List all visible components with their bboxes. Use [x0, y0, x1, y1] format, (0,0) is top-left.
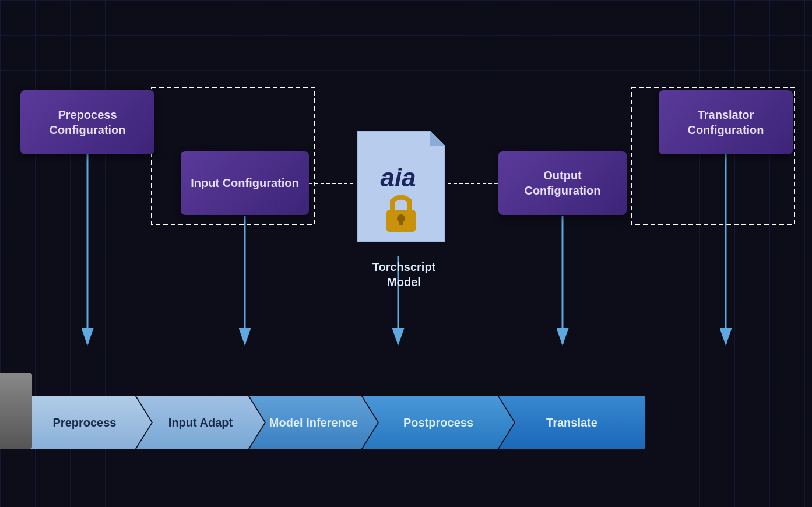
- output-config-box: Output Configuration: [498, 151, 627, 215]
- translator-config-box: Translator Configuration: [659, 90, 793, 154]
- pipeline-preprocess: Preprocess: [17, 396, 152, 449]
- input-config-box: Input Configuration: [181, 151, 309, 215]
- pipeline-model-inference: Model Inference: [249, 396, 378, 449]
- svg-text:aia: aia: [380, 163, 416, 192]
- torchscript-model-icon: aia: [354, 128, 454, 245]
- torchscript-model-label: Torchscript Model: [354, 259, 454, 290]
- svg-rect-16: [399, 219, 403, 225]
- pipeline-row: Preprocess Input Adapt Model Inference P…: [17, 396, 799, 449]
- preprocess-config-box: Prepocess Configuration: [20, 90, 154, 154]
- thumbnail-image: [0, 373, 32, 449]
- pipeline-translate: Translate: [499, 396, 645, 449]
- pipeline-postprocess: Postprocess: [363, 396, 514, 449]
- pipeline-input-adapt: Input Adapt: [136, 396, 265, 449]
